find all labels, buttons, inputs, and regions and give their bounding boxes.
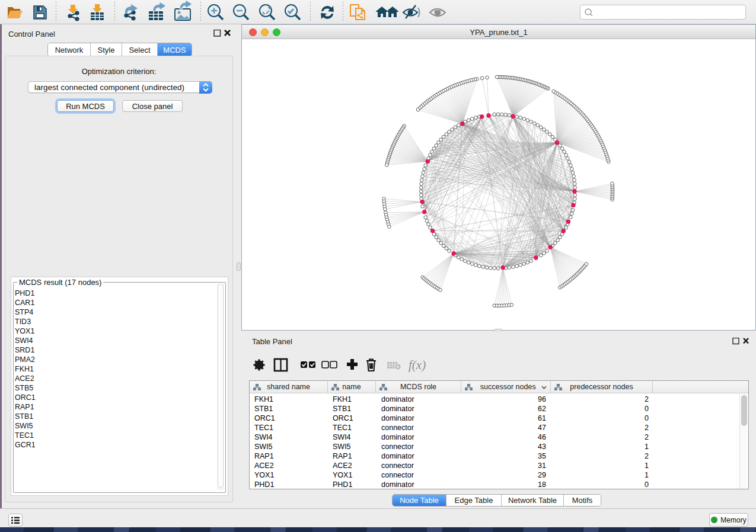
svg-text:f(x): f(x) xyxy=(409,358,426,372)
